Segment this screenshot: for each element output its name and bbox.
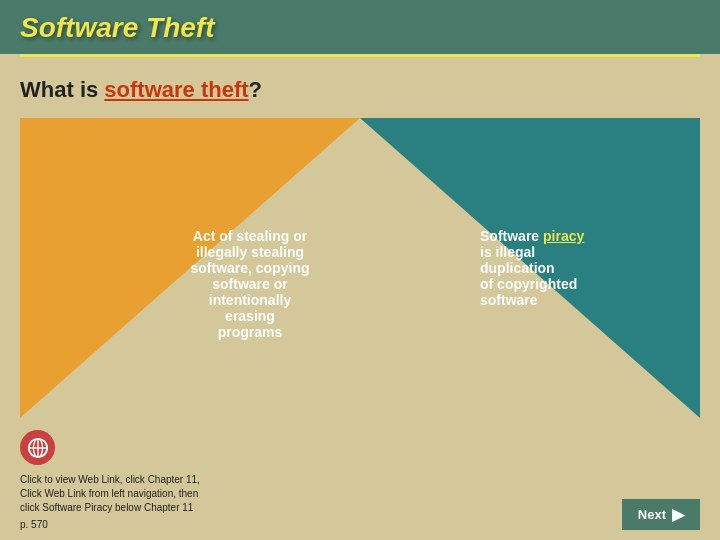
page-reference: p. 570 <box>20 519 220 530</box>
content-triangles: Act of stealing orillegally stealingsoft… <box>20 118 700 418</box>
web-link-icon[interactable] <box>20 430 55 465</box>
right-panel-line3: duplication <box>480 260 555 276</box>
bottom-section: Click to view Web Link, click Chapter 11… <box>20 430 220 530</box>
left-panel-text: Act of stealing orillegally stealingsoft… <box>170 228 330 340</box>
right-panel-line4: of copyrighted <box>480 276 577 292</box>
subtitle-suffix: ? <box>249 77 262 102</box>
header-bar: Software Theft <box>0 0 720 54</box>
next-button[interactable]: Next ▶ <box>622 499 700 530</box>
web-link-text: Click to view Web Link, click Chapter 11… <box>20 473 220 515</box>
right-panel-line1-prefix: Software <box>480 228 543 244</box>
subtitle-prefix: What is <box>20 77 104 102</box>
subtitle-highlight: software theft <box>104 77 248 102</box>
subtitle: What is software theft? <box>20 77 700 103</box>
right-panel-line2: is illegal <box>480 244 535 260</box>
piracy-word: piracy <box>543 228 584 244</box>
next-arrow: ▶ <box>672 505 684 524</box>
main-content: What is software theft? Act of stealing … <box>0 57 720 428</box>
globe-icon <box>27 437 49 459</box>
right-panel-text: Software piracy is illegal duplication o… <box>480 228 680 308</box>
right-panel-line5: software <box>480 292 538 308</box>
page-title: Software Theft <box>20 12 214 44</box>
next-label: Next <box>638 507 666 522</box>
